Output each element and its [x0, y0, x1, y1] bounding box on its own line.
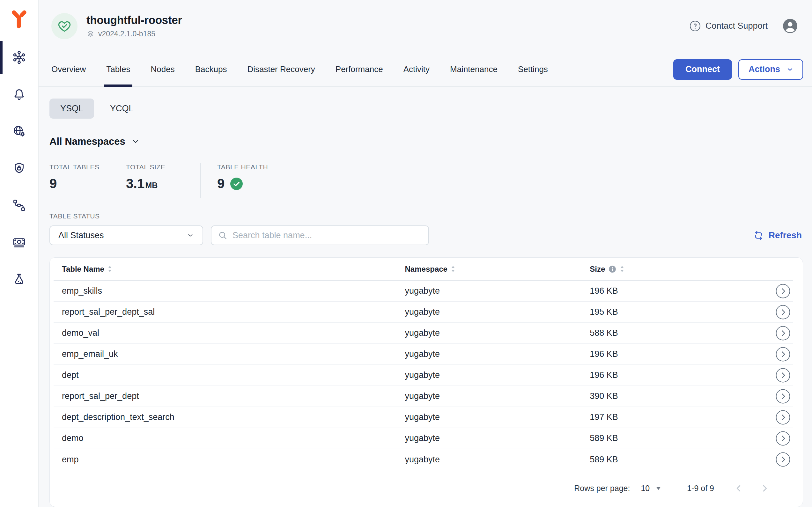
- tab-disaster-recovery[interactable]: Disaster Recovery: [247, 52, 315, 87]
- billing-icon: [12, 235, 26, 249]
- tab-maintenance[interactable]: Maintenance: [450, 52, 497, 87]
- chevron-down-icon: [186, 231, 194, 239]
- cell-actions: [730, 283, 793, 299]
- rows-per-page-label: Rows per page:: [574, 484, 630, 493]
- row-detail-button[interactable]: [775, 326, 791, 341]
- cell-table-name: report_sal_per_dept: [54, 391, 405, 401]
- toggle-ycql[interactable]: YCQL: [99, 99, 145, 119]
- sort-icon[interactable]: [620, 265, 625, 273]
- sidebar-item-billing[interactable]: [0, 224, 38, 261]
- column-size: Size: [590, 265, 730, 274]
- tab-backups[interactable]: Backups: [195, 52, 227, 87]
- table-row[interactable]: dept_description_text_search yugabyte 19…: [54, 407, 793, 428]
- stats-divider: [200, 163, 201, 198]
- cell-actions: [730, 431, 793, 446]
- sidebar-item-clusters[interactable]: [0, 39, 38, 76]
- namespace-filter[interactable]: All Namespaces: [49, 136, 803, 147]
- row-detail-button[interactable]: [775, 283, 791, 299]
- prev-page-button[interactable]: [734, 484, 744, 493]
- user-avatar[interactable]: [782, 18, 798, 34]
- chevron-right-circle-icon: [775, 452, 791, 467]
- tables-content: YSQL YCQL All Namespaces TOTAL TABLES 9 …: [39, 87, 812, 507]
- cell-table-name: emp_email_uk: [54, 349, 405, 359]
- table-row[interactable]: emp_email_uk yugabyte 196 KB: [54, 344, 793, 365]
- tab-activity[interactable]: Activity: [403, 52, 430, 87]
- cell-size: 196 KB: [590, 349, 730, 359]
- cell-namespace: yugabyte: [405, 286, 590, 296]
- actions-button[interactable]: Actions: [738, 59, 803, 80]
- sort-icon[interactable]: [451, 265, 455, 273]
- cell-table-name: dept_description_text_search: [54, 412, 405, 422]
- chevron-right-circle-icon: [775, 368, 791, 383]
- cell-size: 589 KB: [590, 455, 730, 465]
- tab-actions: Connect Actions: [673, 52, 803, 87]
- info-icon[interactable]: [608, 265, 616, 273]
- cell-namespace: yugabyte: [405, 307, 590, 317]
- alerts-bell-icon: [12, 88, 26, 101]
- security-shield-icon: [12, 161, 26, 175]
- tab-overview[interactable]: Overview: [51, 52, 86, 87]
- row-detail-button[interactable]: [775, 431, 791, 446]
- tab-tables[interactable]: Tables: [106, 52, 130, 87]
- status-select[interactable]: All Statuses: [49, 225, 203, 245]
- search-input[interactable]: [232, 231, 422, 240]
- table-row[interactable]: dept yugabyte 196 KB: [54, 365, 793, 386]
- row-detail-button[interactable]: [775, 389, 791, 404]
- row-detail-button[interactable]: [775, 452, 791, 467]
- cell-actions: [730, 452, 793, 467]
- contact-support-link[interactable]: Contact Support: [689, 20, 768, 32]
- connect-button[interactable]: Connect: [673, 59, 732, 80]
- help-icon: [689, 20, 701, 32]
- chevron-right-circle-icon: [775, 347, 791, 362]
- table-row[interactable]: report_sal_per_dept yugabyte 390 KB: [54, 386, 793, 407]
- tab-performance[interactable]: Performance: [335, 52, 383, 87]
- clusters-hub-icon: [12, 50, 26, 64]
- table-row[interactable]: emp yugabyte 589 KB: [54, 449, 793, 470]
- sidebar-item-global-config[interactable]: [0, 113, 38, 150]
- rows-per-page-select[interactable]: 10: [641, 484, 661, 493]
- yugabyte-logo[interactable]: [0, 0, 38, 39]
- pagination-range: 1-9 of 9: [687, 484, 714, 493]
- cluster-health-badge: [51, 13, 77, 39]
- sort-icon[interactable]: [107, 265, 112, 273]
- cell-namespace: yugabyte: [405, 433, 590, 443]
- table-row[interactable]: demo_val yugabyte 588 KB: [54, 323, 793, 344]
- cell-table-name: report_sal_per_dept_sal: [54, 307, 405, 317]
- table-row[interactable]: emp_skills yugabyte 196 KB: [54, 281, 793, 302]
- chevron-right-circle-icon: [775, 389, 791, 404]
- table-row[interactable]: demo yugabyte 589 KB: [54, 428, 793, 449]
- cell-table-name: emp_skills: [54, 286, 405, 296]
- table-row[interactable]: report_sal_per_dept_sal yugabyte 195 KB: [54, 302, 793, 323]
- toggle-ysql[interactable]: YSQL: [49, 99, 94, 119]
- sidebar-item-labs[interactable]: [0, 261, 38, 298]
- cell-namespace: yugabyte: [405, 412, 590, 422]
- row-detail-button[interactable]: [775, 347, 791, 362]
- cluster-version-row: v2024.2.1.0-b185: [87, 30, 182, 38]
- tab-nodes[interactable]: Nodes: [151, 52, 175, 87]
- search-icon: [218, 231, 228, 240]
- cell-size: 588 KB: [590, 328, 730, 338]
- chevron-right-circle-icon: [775, 431, 791, 446]
- row-detail-button[interactable]: [775, 410, 791, 425]
- chevron-right-circle-icon: [775, 304, 791, 320]
- tab-bar: Overview Tables Nodes Backups Disaster R…: [39, 52, 812, 87]
- stat-table-health: TABLE HEALTH 9: [217, 163, 268, 191]
- sidebar-item-security[interactable]: [0, 150, 38, 187]
- refresh-button[interactable]: Refresh: [753, 230, 802, 241]
- cell-table-name: demo: [54, 433, 405, 443]
- row-detail-button[interactable]: [775, 368, 791, 383]
- cell-actions: [730, 326, 793, 341]
- tab-settings[interactable]: Settings: [518, 52, 548, 87]
- cell-actions: [730, 368, 793, 383]
- green-check-icon: [230, 177, 243, 190]
- column-namespace: Namespace: [405, 265, 590, 274]
- sidebar-item-alerts[interactable]: [0, 76, 38, 113]
- next-page-button[interactable]: [760, 484, 770, 493]
- version-layers-icon: [87, 30, 94, 38]
- sidebar-item-integrations[interactable]: [0, 187, 38, 224]
- user-avatar-icon: [782, 18, 798, 34]
- row-detail-button[interactable]: [775, 304, 791, 320]
- chevron-down-icon: [131, 137, 140, 146]
- caret-down-icon: [655, 485, 661, 491]
- cell-table-name: demo_val: [54, 328, 405, 338]
